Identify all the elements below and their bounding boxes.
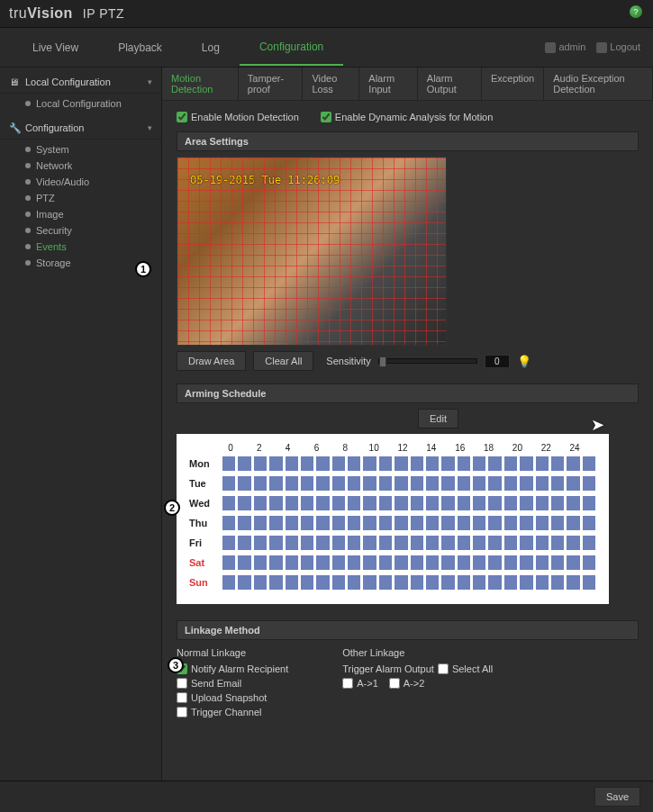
schedule-cell[interactable] — [503, 555, 518, 571]
schedule-cell[interactable] — [457, 456, 471, 472]
schedule-cell[interactable] — [550, 456, 565, 472]
schedule-cell[interactable] — [378, 574, 393, 591]
schedule-cell[interactable] — [550, 495, 565, 511]
schedule-cell[interactable] — [285, 495, 299, 511]
schedule-cell[interactable] — [425, 495, 440, 511]
schedule-cell[interactable] — [472, 475, 486, 492]
tab-alarm-output[interactable]: Alarm Output — [418, 68, 482, 100]
schedule-cells[interactable] — [222, 555, 596, 571]
clear-all-button[interactable]: Clear All — [253, 351, 313, 371]
linkage-checkbox[interactable]: Notify Alarm Recipient — [177, 663, 288, 674]
schedule-cell[interactable] — [331, 555, 346, 571]
schedule-cell[interactable] — [237, 535, 251, 551]
schedule-cell[interactable] — [394, 515, 408, 531]
help-icon[interactable]: ? — [630, 5, 642, 18]
schedule-cells[interactable] — [222, 515, 596, 531]
schedule-cell[interactable] — [222, 535, 236, 551]
schedule-cell[interactable] — [410, 515, 424, 531]
schedule-cell[interactable] — [425, 456, 440, 472]
sensitivity-slider[interactable] — [378, 358, 477, 364]
schedule-cell[interactable] — [410, 574, 424, 591]
schedule-cell[interactable] — [315, 574, 330, 591]
schedule-cell[interactable] — [535, 555, 549, 571]
logout-link[interactable]: Logout — [596, 41, 640, 53]
schedule-cell[interactable] — [535, 495, 549, 511]
save-button[interactable]: Save — [594, 787, 640, 807]
schedule-cell[interactable] — [566, 574, 580, 591]
schedule-cell[interactable] — [222, 456, 236, 472]
schedule-cell[interactable] — [410, 555, 424, 571]
schedule-cell[interactable] — [315, 495, 330, 511]
schedule-cell[interactable] — [457, 535, 471, 551]
schedule-cell[interactable] — [237, 574, 251, 591]
linkage-checkbox-input[interactable] — [177, 707, 187, 717]
schedule-cell[interactable] — [503, 574, 518, 591]
schedule-cell[interactable] — [425, 475, 440, 492]
schedule-cell[interactable] — [582, 555, 596, 571]
schedule-cell[interactable] — [566, 475, 580, 492]
schedule-cell[interactable] — [503, 475, 518, 492]
schedule-cell[interactable] — [347, 574, 361, 591]
schedule-cell[interactable] — [472, 515, 486, 531]
schedule-cell[interactable] — [487, 574, 502, 591]
enable-motion-detection-checkbox[interactable]: Enable Motion Detection — [177, 112, 299, 122]
schedule-cell[interactable] — [237, 475, 251, 492]
schedule-cell[interactable] — [394, 574, 408, 591]
schedule-cell[interactable] — [331, 456, 346, 472]
tab-audio-exception[interactable]: Audio Exception Detection — [544, 68, 653, 100]
enable-dynamic-analysis-checkbox[interactable]: Enable Dynamic Analysis for Motion — [321, 112, 493, 122]
schedule-cell[interactable] — [268, 555, 283, 571]
tab-motion-detection[interactable]: Motion Detection — [162, 68, 239, 100]
tab-video-loss[interactable]: Video Loss — [303, 68, 359, 100]
schedule-cell[interactable] — [472, 495, 486, 511]
schedule-cell[interactable] — [222, 574, 236, 591]
schedule-cell[interactable] — [566, 456, 580, 472]
schedule-cell[interactable] — [237, 555, 251, 571]
schedule-cell[interactable] — [300, 515, 314, 531]
schedule-cell[interactable] — [394, 475, 408, 492]
schedule-cell[interactable] — [315, 555, 330, 571]
schedule-cell[interactable] — [566, 515, 580, 531]
schedule-cell[interactable] — [550, 515, 565, 531]
sidebar-item-security[interactable]: Security — [25, 222, 161, 239]
schedule-cell[interactable] — [315, 456, 330, 472]
schedule-cell[interactable] — [378, 456, 393, 472]
schedule-cell[interactable] — [378, 535, 393, 551]
schedule-cell[interactable] — [222, 515, 236, 531]
schedule-cell[interactable] — [472, 535, 486, 551]
schedule-cell[interactable] — [487, 555, 502, 571]
linkage-checkbox[interactable]: Send Email — [177, 678, 288, 689]
schedule-cell[interactable] — [425, 515, 440, 531]
schedule-cell[interactable] — [268, 475, 283, 492]
video-preview[interactable]: 05-19-2015 Tue 11:26:09 — [177, 157, 447, 346]
schedule-cell[interactable] — [347, 456, 361, 472]
alarm-output-checkbox[interactable] — [389, 678, 400, 689]
schedule-cell[interactable] — [362, 456, 376, 472]
schedule-cell[interactable] — [503, 515, 518, 531]
schedule-cell[interactable] — [362, 535, 376, 551]
schedule-cell[interactable] — [315, 515, 330, 531]
sidebar-group-local[interactable]: 🖥 Local Configuration ▾ — [0, 71, 161, 94]
schedule-cell[interactable] — [394, 535, 408, 551]
schedule-cell[interactable] — [268, 495, 283, 511]
schedule-cell[interactable] — [222, 495, 236, 511]
schedule-cell[interactable] — [519, 515, 533, 531]
schedule-cell[interactable] — [394, 555, 408, 571]
sidebar-item-video-audio[interactable]: Video/Audio — [25, 174, 161, 190]
edit-schedule-button[interactable]: Edit — [418, 409, 458, 429]
schedule-cell[interactable] — [285, 535, 299, 551]
schedule-cell[interactable] — [487, 495, 502, 511]
schedule-cell[interactable] — [410, 495, 424, 511]
schedule-cell[interactable] — [237, 456, 251, 472]
linkage-checkbox-input[interactable] — [177, 678, 187, 689]
schedule-cell[interactable] — [472, 555, 486, 571]
schedule-cell[interactable] — [519, 475, 533, 492]
schedule-cell[interactable] — [440, 555, 455, 571]
nav-configuration[interactable]: Configuration — [240, 30, 343, 66]
schedule-cell[interactable] — [300, 475, 314, 492]
schedule-cell[interactable] — [347, 475, 361, 492]
schedule-cell[interactable] — [347, 535, 361, 551]
schedule-cell[interactable] — [268, 574, 283, 591]
sidebar-group-configuration[interactable]: 🔧 Configuration ▾ — [0, 117, 161, 140]
schedule-cell[interactable] — [285, 475, 299, 492]
